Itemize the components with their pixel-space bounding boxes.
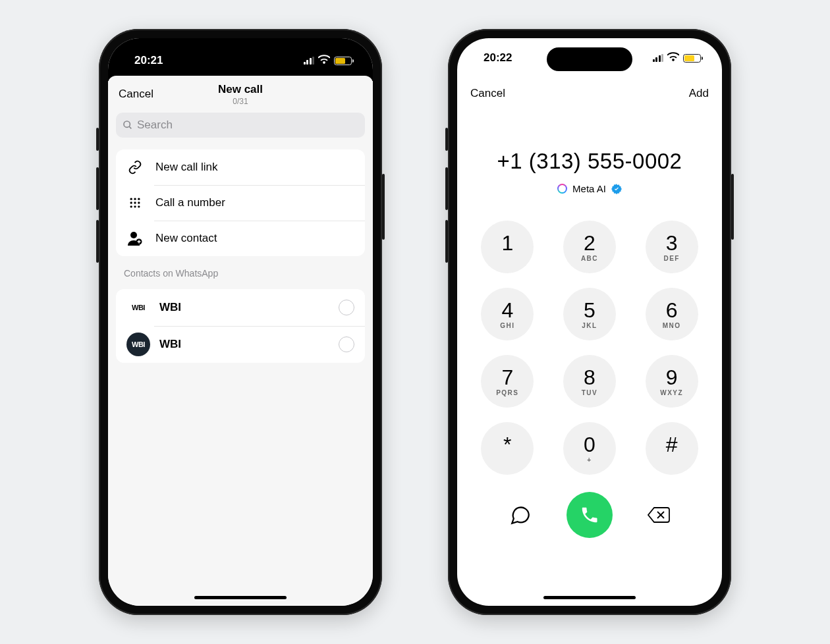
svg-point-6 [134,201,136,203]
key-6[interactable]: 6MNO [646,288,698,340]
wifi-icon [318,55,330,67]
select-radio[interactable] [339,300,354,315]
chat-bubble-icon [509,504,532,526]
key-star[interactable]: * [481,422,534,475]
dialer-keypad: 1 2ABC 3DEF 4GHI 5JKL 6MNO 7PQRS 8TUV 9W… [457,221,722,475]
search-icon [123,120,133,130]
meta-ai-icon [557,184,567,194]
svg-line-1 [129,126,131,128]
new-call-link-row[interactable]: New call link [116,149,365,185]
new-contact-row[interactable]: New contact [116,221,365,256]
message-button[interactable] [505,499,536,531]
battery-icon [683,54,701,63]
svg-point-7 [138,201,140,203]
key-3[interactable]: 3DEF [646,221,698,273]
add-contact-icon [126,230,144,247]
key-7[interactable]: 7PQRS [481,355,534,408]
verified-badge-icon [611,184,622,194]
key-2[interactable]: 2ABC [563,221,616,273]
cancel-button[interactable]: Cancel [119,88,153,101]
status-time: 20:22 [484,51,512,65]
svg-point-8 [130,205,132,207]
search-input[interactable] [116,113,365,138]
link-icon [126,159,144,176]
caller-id-row: Meta AI [470,183,709,194]
contacts-section-label: Contacts on WhatsApp [108,256,373,282]
contact-name: WBI [159,301,181,314]
sheet-subtitle: 0/31 [218,97,263,106]
contact-row[interactable]: WBI WBI [116,289,365,326]
dynamic-island [547,47,632,71]
action-list: New call link Call a number New contact [116,149,365,256]
row-label: New call link [155,161,217,174]
key-1[interactable]: 1 [481,221,534,273]
add-button[interactable]: Add [689,87,709,100]
cancel-button[interactable]: Cancel [470,87,505,100]
avatar: WBI [126,296,150,319]
wifi-icon [667,52,679,64]
sheet-title: New call [218,83,263,96]
caller-name: Meta AI [572,183,606,194]
phone-left: 20:21 Cancel New call 0/31 [99,29,382,615]
select-radio[interactable] [339,336,354,352]
key-0[interactable]: 0+ [563,422,616,475]
svg-point-0 [124,121,130,127]
svg-point-9 [134,205,136,207]
key-hash[interactable]: # [646,422,698,475]
key-5[interactable]: 5JKL [563,288,616,340]
home-indicator[interactable] [543,596,636,599]
phone-right: 20:22 Cancel Add +1 (313) 555-0002 Meta … [448,29,731,615]
new-call-sheet: Cancel New call 0/31 New call link [108,76,373,606]
contacts-list: WBI WBI WBI WBI [116,289,365,363]
svg-point-3 [134,198,136,200]
call-button[interactable] [567,492,613,538]
backspace-button[interactable] [643,499,675,531]
cellular-icon [653,54,664,62]
dynamic-island [198,47,283,71]
call-number-row[interactable]: Call a number [116,185,365,221]
phone-icon [580,505,599,525]
svg-point-5 [130,201,132,203]
svg-point-11 [130,232,137,238]
home-indicator[interactable] [194,596,287,599]
cellular-icon [304,57,315,65]
svg-point-10 [138,205,140,207]
row-label: New contact [155,232,217,245]
svg-point-4 [138,198,140,200]
dialed-number: +1 (313) 555-0002 [470,149,709,174]
svg-point-2 [130,198,132,200]
contact-name: WBI [159,338,181,351]
key-4[interactable]: 4GHI [481,288,534,340]
status-time: 20:21 [134,54,163,67]
key-8[interactable]: 8TUV [563,355,616,408]
avatar: WBI [126,333,150,356]
dialpad-icon [126,194,144,211]
key-9[interactable]: 9WXYZ [646,355,698,408]
battery-icon [334,57,352,65]
contact-row[interactable]: WBI WBI [116,326,365,363]
backspace-icon [647,506,671,524]
row-label: Call a number [155,196,225,209]
